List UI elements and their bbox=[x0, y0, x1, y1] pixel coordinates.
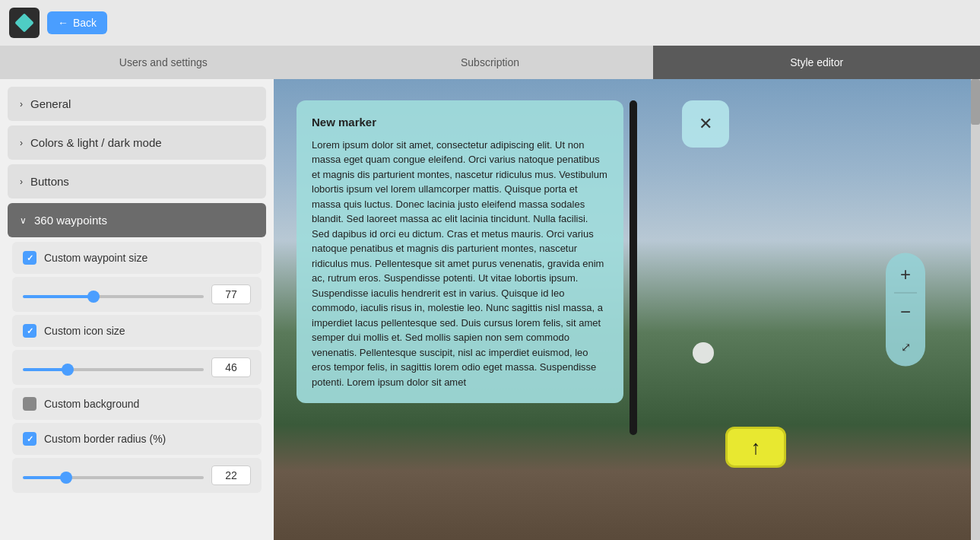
tab-subscription[interactable]: Subscription bbox=[327, 46, 654, 79]
tab-style-editor[interactable]: Style editor bbox=[653, 46, 980, 79]
close-icon: ✕ bbox=[699, 114, 712, 134]
tab-users[interactable]: Users and settings bbox=[0, 46, 327, 79]
back-arrow-icon: ← bbox=[58, 17, 68, 29]
slider-waypoint-value[interactable]: 77 bbox=[211, 284, 251, 304]
slider-container-border-radius bbox=[23, 469, 204, 482]
option-custom-background[interactable]: Custom background bbox=[12, 388, 262, 420]
expand-button[interactable]: ⤢ bbox=[892, 333, 919, 361]
slider-icon-value[interactable]: 46 bbox=[211, 357, 251, 377]
option-custom-waypoint-size[interactable]: Custom waypoint size bbox=[12, 242, 262, 274]
popup-card: New marker Lorem ipsum dolor sit amet, c… bbox=[297, 100, 623, 403]
slider-row-border-radius: 22 bbox=[12, 458, 262, 493]
back-button[interactable]: ← Back bbox=[47, 11, 107, 34]
sidebar-item-general[interactable]: › General bbox=[8, 87, 266, 121]
arrow-button[interactable]: ↑ bbox=[725, 427, 786, 468]
slider-row-waypoint: 77 bbox=[12, 277, 262, 312]
checkbox-custom-icon-size[interactable] bbox=[23, 324, 36, 338]
scrollbar-track bbox=[971, 79, 980, 540]
option-custom-icon-size[interactable]: Custom icon size bbox=[12, 315, 262, 347]
slider-container-icon bbox=[23, 361, 204, 374]
zoom-divider bbox=[894, 293, 917, 294]
waypoints-section-content: Custom waypoint size 77 Custom icon size… bbox=[8, 242, 266, 497]
logo-icon[interactable] bbox=[9, 8, 40, 38]
popup-title: New marker bbox=[312, 114, 608, 132]
top-bar: ← Back bbox=[0, 0, 980, 46]
slider-container-waypoint bbox=[23, 287, 204, 301]
tab-bar: Users and settings Subscription Style ed… bbox=[0, 46, 980, 79]
slider-waypoint-size[interactable] bbox=[23, 295, 204, 298]
checkbox-custom-background[interactable] bbox=[23, 397, 36, 411]
slider-icon-size[interactable] bbox=[23, 368, 204, 371]
zoom-out-icon: − bbox=[900, 301, 911, 322]
preview-area: New marker Lorem ipsum dolor sit amet, c… bbox=[274, 79, 980, 540]
option-label: Custom border radius (%) bbox=[44, 433, 166, 445]
preview-background: New marker Lorem ipsum dolor sit amet, c… bbox=[274, 79, 980, 540]
option-custom-border-radius[interactable]: Custom border radius (%) bbox=[12, 423, 262, 455]
sidebar-item-label: Buttons bbox=[30, 175, 69, 188]
chevron-right-icon: › bbox=[20, 138, 23, 148]
sidebar-item-colors[interactable]: › Colors & light / dark mode bbox=[8, 125, 266, 160]
vertical-bar bbox=[630, 100, 637, 435]
slider-border-radius[interactable] bbox=[23, 476, 204, 479]
zoom-controls: + − ⤢ bbox=[886, 253, 925, 367]
option-label: Custom waypoint size bbox=[44, 252, 147, 264]
expand-icon: ⤢ bbox=[901, 339, 911, 354]
zoom-in-button[interactable]: + bbox=[890, 259, 921, 290]
slider-border-radius-value[interactable]: 22 bbox=[211, 465, 251, 485]
sidebar-item-label: Colors & light / dark mode bbox=[30, 136, 162, 149]
chevron-down-icon: ∨ bbox=[20, 215, 27, 226]
logo-diamond bbox=[14, 13, 33, 32]
option-label: Custom icon size bbox=[44, 325, 125, 337]
option-label: Custom background bbox=[44, 398, 139, 410]
checkbox-custom-waypoint-size[interactable] bbox=[23, 251, 36, 265]
checkbox-custom-border-radius[interactable] bbox=[23, 432, 36, 446]
main-content: › General › Colors & light / dark mode ›… bbox=[0, 79, 980, 540]
circle-dot bbox=[693, 342, 714, 364]
zoom-out-button[interactable]: − bbox=[890, 297, 921, 327]
arrow-up-icon: ↑ bbox=[751, 436, 761, 459]
slider-row-icon: 46 bbox=[12, 350, 262, 385]
scrollbar-thumb[interactable] bbox=[971, 79, 980, 125]
sidebar-item-waypoints[interactable]: ∨ 360 waypoints bbox=[8, 203, 266, 237]
popup-text: Lorem ipsum dolor sit amet, consectetur … bbox=[312, 138, 608, 390]
sidebar-item-label: 360 waypoints bbox=[34, 214, 107, 227]
close-button[interactable]: ✕ bbox=[682, 100, 729, 148]
back-label: Back bbox=[73, 17, 97, 29]
zoom-in-icon: + bbox=[900, 264, 911, 285]
sidebar-item-label: General bbox=[30, 97, 71, 110]
chevron-right-icon: › bbox=[20, 99, 23, 110]
sidebar: › General › Colors & light / dark mode ›… bbox=[0, 79, 274, 540]
chevron-right-icon: › bbox=[20, 176, 23, 187]
sidebar-item-buttons[interactable]: › Buttons bbox=[8, 164, 266, 199]
